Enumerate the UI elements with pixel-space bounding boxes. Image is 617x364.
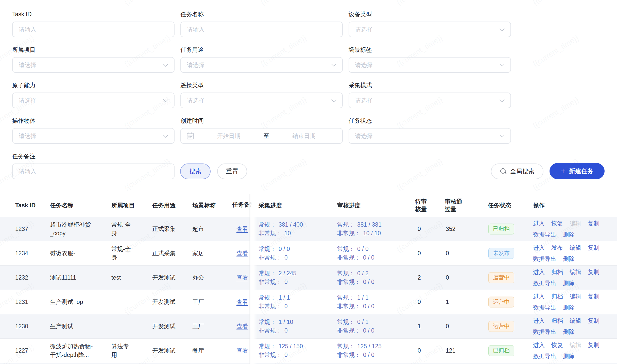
teleop-type-select[interactable]: 请选择: [180, 93, 343, 108]
progress-line-irregular: 非常规：0: [259, 351, 337, 359]
action-link-3: 编辑: [570, 220, 581, 227]
action-link-4[interactable]: 复制: [588, 244, 599, 251]
action-link-1[interactable]: 进入: [533, 342, 545, 348]
action-link-5[interactable]: 数据导出: [533, 231, 556, 238]
purpose-select[interactable]: 请选择: [180, 57, 343, 73]
table-row: 1227微波炉加热食物-干扰-depth降...算法专用开发测试餐厅查看常规：1…: [0, 338, 617, 363]
collect-mode-select[interactable]: 请选择: [349, 93, 511, 108]
action-link-6[interactable]: 删除: [563, 231, 575, 238]
progress-line-regular: 常规：125 / 150: [259, 342, 337, 351]
cell-review-progress: 常规：381 / 381非常规：10 / 10: [337, 217, 415, 241]
cell-collect-progress: 常规：1 / 1非常规：0: [259, 290, 337, 314]
cell-actions: 进入归档编辑复制数据导出删除: [533, 314, 617, 338]
filter-label-task-name: 任务名称: [180, 11, 343, 18]
action-link-1[interactable]: 进入: [533, 269, 545, 275]
action-link-4[interactable]: 复制: [588, 220, 599, 227]
progress-label: 常规：: [337, 269, 355, 278]
reset-button[interactable]: 重置: [217, 163, 247, 179]
cell-review-progress: 常规：1 / 1非常规：0 / 0: [337, 290, 415, 314]
cell-task-status: 未发布: [488, 241, 533, 265]
action-link-3[interactable]: 编辑: [570, 269, 581, 275]
search-button[interactable]: 搜索: [180, 163, 211, 179]
task-remark-input[interactable]: 请输入: [12, 163, 175, 179]
global-search-button[interactable]: 全局搜索: [491, 163, 543, 179]
progress-value: 1 / 10: [279, 318, 293, 326]
action-link-6[interactable]: 删除: [563, 304, 575, 311]
view-remark-link[interactable]: 查看: [236, 347, 248, 354]
atomic-ability-select[interactable]: 请选择: [12, 93, 175, 108]
view-remark-link[interactable]: 查看: [236, 323, 248, 330]
action-link-4[interactable]: 复制: [588, 269, 599, 275]
select-placeholder: 请选择: [19, 97, 36, 104]
action-link-5[interactable]: 数据导出: [533, 329, 556, 335]
status-badge: 未发布: [488, 248, 514, 259]
action-link-2[interactable]: 发布: [551, 244, 563, 251]
filter-label-device-type: 设备类型: [349, 11, 511, 18]
progress-line-regular: 常规：381 / 400: [259, 220, 337, 229]
task-id-input[interactable]: 请输入: [12, 22, 175, 37]
partial-next-row: [0, 363, 617, 364]
action-link-2[interactable]: 恢复: [551, 220, 563, 227]
action-link-3[interactable]: 编辑: [570, 317, 581, 324]
device-type-select[interactable]: 请选择: [349, 22, 511, 37]
cell-task-name: 生产测试: [50, 314, 111, 338]
view-remark-link[interactable]: 查看: [236, 250, 248, 257]
action-link-4[interactable]: 复制: [588, 317, 599, 324]
create-time-range[interactable]: 开始日期至结束日期: [180, 128, 343, 144]
action-link-3[interactable]: 编辑: [570, 244, 581, 251]
action-link-2[interactable]: 归档: [551, 269, 563, 275]
action-link-5[interactable]: 数据导出: [533, 353, 556, 359]
project-select[interactable]: 请选择: [12, 57, 175, 73]
action-link-6[interactable]: 删除: [563, 280, 575, 286]
action-link-5[interactable]: 数据导出: [533, 280, 556, 286]
status-badge: 已归档: [488, 345, 514, 356]
view-remark-link[interactable]: 查看: [236, 299, 248, 305]
start-date-placeholder: 开始日期: [196, 132, 262, 140]
column-header-task-id: Task ID: [0, 194, 50, 217]
view-remark-link[interactable]: 查看: [236, 226, 248, 232]
action-link-1[interactable]: 进入: [533, 220, 545, 227]
progress-line-irregular: 非常规：0 / 0: [337, 278, 415, 286]
action-link-5[interactable]: 数据导出: [533, 256, 556, 262]
filter-field-operate-object: 操作物体请选择: [12, 117, 175, 144]
action-link-2[interactable]: 归档: [551, 293, 563, 300]
action-link-1[interactable]: 进入: [533, 317, 545, 324]
cell-review-passed: 0: [445, 265, 488, 290]
view-remark-link[interactable]: 查看: [236, 274, 248, 281]
scene-tag-select[interactable]: 请选择: [349, 57, 511, 73]
action-link-2[interactable]: 恢复: [551, 342, 563, 348]
column-header-label: 审核通过量: [445, 198, 464, 213]
cell-pending-review: 2: [415, 265, 445, 290]
input-placeholder: 请输入: [19, 26, 36, 33]
select-placeholder: 请选择: [19, 61, 36, 69]
column-header-label: 任务用途: [152, 202, 176, 209]
cell-collect-progress: 常规：1 / 10非常规：0: [259, 314, 337, 338]
action-link-3[interactable]: 编辑: [570, 293, 581, 300]
cell-task-remark: 查看: [232, 241, 259, 265]
project-text: 常规-全身: [111, 245, 133, 262]
cell-task-status: 运营中: [488, 290, 533, 314]
task-status-select[interactable]: 请选择: [349, 128, 511, 144]
task-name-input[interactable]: 请输入: [180, 22, 343, 37]
filter-label-task-status: 任务状态: [349, 117, 511, 124]
cell-task-name: 微波炉加热食物-干扰-depth降...: [50, 338, 111, 363]
action-link-2[interactable]: 归档: [551, 317, 563, 324]
action-link-5[interactable]: 数据导出: [533, 304, 556, 311]
action-link-4[interactable]: 复制: [588, 342, 599, 348]
action-link-6[interactable]: 删除: [563, 329, 575, 335]
progress-line-irregular: 非常规：0 / 0: [337, 253, 415, 262]
progress-label: 常规：: [337, 342, 355, 351]
cell-task-id: 1227: [0, 338, 50, 363]
action-link-4[interactable]: 复制: [588, 293, 599, 300]
action-link-1[interactable]: 进入: [533, 244, 545, 251]
create-task-button[interactable]: + 新建任务: [550, 163, 605, 179]
task-management-page: {{current_time}}{{current_time}}{{curren…: [0, 0, 617, 364]
progress-line-regular: 常规：381 / 381: [337, 220, 415, 229]
column-header-purpose: 任务用途: [152, 194, 192, 217]
operate-object-select[interactable]: 请选择: [12, 128, 175, 144]
progress-value: 125 / 125: [357, 342, 382, 351]
action-link-6[interactable]: 删除: [563, 256, 575, 262]
action-link-1[interactable]: 进入: [533, 293, 545, 300]
action-link-6[interactable]: 删除: [563, 353, 575, 359]
column-header-project: 所属项目: [111, 194, 152, 217]
